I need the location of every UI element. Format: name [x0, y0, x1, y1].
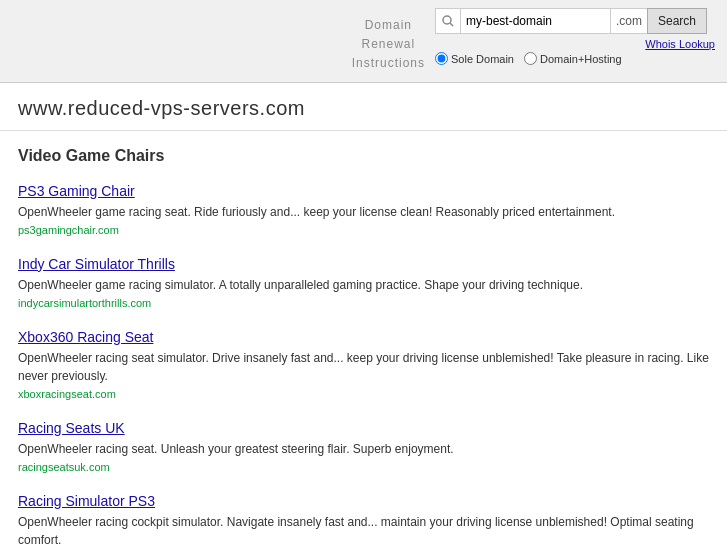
- listing-description: OpenWheeler racing seat. Unleash your gr…: [18, 440, 709, 458]
- tld-label: .com: [610, 8, 647, 34]
- radio-domain-hosting-input[interactable]: [524, 52, 537, 65]
- radio-domain-hosting[interactable]: Domain+Hosting: [524, 52, 622, 65]
- search-panel: .com Search Whois Lookup Sole Domain Dom…: [435, 8, 715, 65]
- radio-row: Sole Domain Domain+Hosting: [435, 52, 622, 65]
- listing-url: xboxracingseat.com: [18, 388, 709, 400]
- listing-url: indycarsimulartorthrills.com: [18, 297, 709, 309]
- site-header: www.reduced-vps-servers.com: [0, 83, 727, 131]
- search-button[interactable]: Search: [647, 8, 707, 34]
- list-item: Racing Simulator PS3OpenWheeler racing c…: [18, 493, 709, 545]
- search-icon: [435, 8, 460, 34]
- site-domain: www.reduced-vps-servers.com: [18, 97, 305, 119]
- radio-domain-hosting-label: Domain+Hosting: [540, 53, 622, 65]
- list-item: Racing Seats UKOpenWheeler racing seat. …: [18, 420, 709, 473]
- listings-container: PS3 Gaming ChairOpenWheeler game racing …: [18, 183, 709, 545]
- listing-description: OpenWheeler racing seat simulator. Drive…: [18, 349, 709, 385]
- main-content: Video Game Chairs PS3 Gaming ChairOpenWh…: [0, 131, 727, 545]
- listing-url: ps3gamingchair.com: [18, 224, 709, 236]
- listing-description: OpenWheeler game racing simulator. A tot…: [18, 276, 709, 294]
- radio-sole-domain[interactable]: Sole Domain: [435, 52, 514, 65]
- listing-description: OpenWheeler game racing seat. Ride furio…: [18, 203, 709, 221]
- search-input[interactable]: [460, 8, 610, 34]
- listing-title[interactable]: Xbox360 Racing Seat: [18, 329, 709, 345]
- search-row: .com Search: [435, 8, 707, 34]
- listing-title[interactable]: PS3 Gaming Chair: [18, 183, 709, 199]
- svg-line-1: [450, 23, 453, 26]
- domain-renewal-info: DomainRenewalInstructions: [352, 16, 425, 74]
- svg-point-0: [443, 16, 451, 24]
- listing-url: racingseatsuk.com: [18, 461, 709, 473]
- list-item: PS3 Gaming ChairOpenWheeler game racing …: [18, 183, 709, 236]
- list-item: Xbox360 Racing SeatOpenWheeler racing se…: [18, 329, 709, 400]
- page-title: Video Game Chairs: [18, 147, 709, 165]
- radio-sole-domain-label: Sole Domain: [451, 53, 514, 65]
- listing-title[interactable]: Racing Seats UK: [18, 420, 709, 436]
- list-item: Indy Car Simulator ThrillsOpenWheeler ga…: [18, 256, 709, 309]
- top-bar: DomainRenewalInstructions .com Search Wh…: [0, 0, 727, 83]
- listing-description: OpenWheeler racing cockpit simulator. Na…: [18, 513, 709, 545]
- listing-title[interactable]: Racing Simulator PS3: [18, 493, 709, 509]
- radio-sole-domain-input[interactable]: [435, 52, 448, 65]
- domain-renewal-text: DomainRenewalInstructions: [352, 16, 425, 74]
- whois-link[interactable]: Whois Lookup: [645, 38, 715, 50]
- listing-title[interactable]: Indy Car Simulator Thrills: [18, 256, 709, 272]
